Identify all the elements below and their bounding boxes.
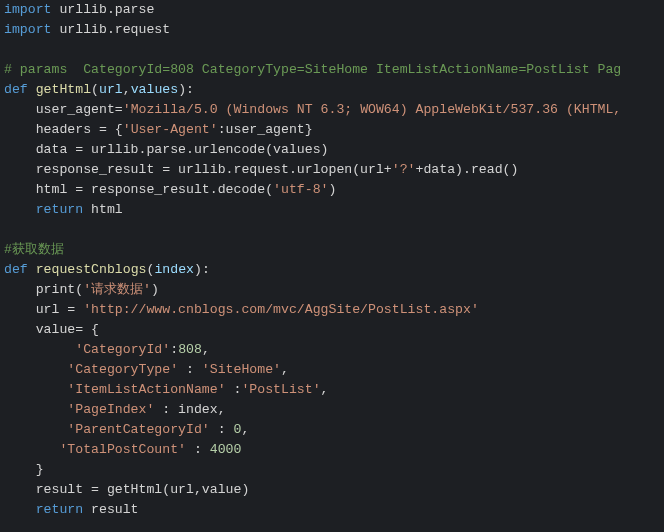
code-text: : xyxy=(186,442,210,457)
code-text: print( xyxy=(36,282,83,297)
colon: : xyxy=(202,262,210,277)
code-text: response_result = urllib.request.urlopen… xyxy=(36,162,392,177)
space xyxy=(28,82,36,97)
string: 'User-Agent' xyxy=(123,122,218,137)
string: 'http://www.cnblogs.com/mvc/AggSite/Post… xyxy=(83,302,479,317)
string: 'utf-8' xyxy=(273,182,328,197)
string: 'PostList' xyxy=(241,382,320,397)
indent xyxy=(4,102,36,117)
code-text: data = urllib.parse.urlencode(values) xyxy=(36,142,329,157)
colon: : xyxy=(186,82,194,97)
code-text: url = xyxy=(36,302,83,317)
code-text: : xyxy=(210,422,234,437)
code-text: , xyxy=(281,362,289,377)
indent xyxy=(4,142,36,157)
string: 'CategoryId' xyxy=(75,342,170,357)
code-text: result xyxy=(83,502,138,517)
string: 'ItemListActionName' xyxy=(67,382,225,397)
module: urllib.parse xyxy=(51,2,154,17)
string: 'ParentCategoryId' xyxy=(67,422,209,437)
string: 'PageIndex' xyxy=(67,402,154,417)
kw-import: import xyxy=(4,2,51,17)
code-text: , xyxy=(321,382,329,397)
indent xyxy=(4,402,67,417)
code-text: ) xyxy=(328,182,336,197)
comma: , xyxy=(123,82,131,97)
param: url xyxy=(99,82,123,97)
kw-return: return xyxy=(36,202,83,217)
indent xyxy=(4,322,36,337)
code-text: headers = { xyxy=(36,122,123,137)
code-text: , xyxy=(202,342,210,357)
code-text: } xyxy=(36,462,44,477)
indent xyxy=(4,342,75,357)
param: index xyxy=(154,262,194,277)
code-text: html = response_result.decode( xyxy=(36,182,273,197)
code-text: ) xyxy=(151,282,159,297)
code-text: : xyxy=(226,382,242,397)
kw-def: def xyxy=(4,82,28,97)
indent xyxy=(4,502,36,517)
paren-close: ) xyxy=(194,262,202,277)
indent xyxy=(4,482,36,497)
indent xyxy=(4,362,67,377)
indent xyxy=(4,462,36,477)
code-text: :user_agent} xyxy=(218,122,313,137)
code-text: , xyxy=(241,422,249,437)
indent xyxy=(4,122,36,137)
param: values xyxy=(131,82,178,97)
string: 'TotalPostCount' xyxy=(59,442,186,457)
string: 'Mozilla/5.0 (Windows NT 6.3; WOW64) App… xyxy=(123,102,622,117)
code-text: : xyxy=(170,342,178,357)
number: 808 xyxy=(178,342,202,357)
string: '请求数据' xyxy=(83,282,151,297)
fn-name: getHtml xyxy=(36,82,91,97)
kw-return: return xyxy=(36,502,83,517)
indent xyxy=(4,182,36,197)
module: urllib.request xyxy=(51,22,170,37)
string: '?' xyxy=(392,162,416,177)
indent xyxy=(4,422,67,437)
kw-def: def xyxy=(4,262,28,277)
indent xyxy=(4,202,36,217)
indent xyxy=(4,302,36,317)
code-text: +data).read() xyxy=(416,162,519,177)
code-text: result = getHtml(url,value) xyxy=(36,482,250,497)
string: 'SiteHome' xyxy=(202,362,281,377)
indent xyxy=(4,382,67,397)
code-text: : index, xyxy=(154,402,225,417)
kw-import: import xyxy=(4,22,51,37)
paren-close: ) xyxy=(178,82,186,97)
number: 4000 xyxy=(210,442,242,457)
code-text: html xyxy=(83,202,123,217)
string: 'CategoryType' xyxy=(67,362,178,377)
indent xyxy=(4,162,36,177)
comment: #获取数据 xyxy=(4,242,64,257)
comment: # params CategoryId=808 CategoryType=Sit… xyxy=(4,62,621,77)
paren-open: ( xyxy=(91,82,99,97)
indent xyxy=(4,282,36,297)
fn-name: requestCnblogs xyxy=(36,262,147,277)
code-block: import urllib.parse import urllib.reques… xyxy=(0,0,664,520)
code-text: user_agent= xyxy=(36,102,123,117)
indent xyxy=(4,442,59,457)
code-text: value= { xyxy=(36,322,99,337)
code-text: : xyxy=(178,362,202,377)
space xyxy=(28,262,36,277)
